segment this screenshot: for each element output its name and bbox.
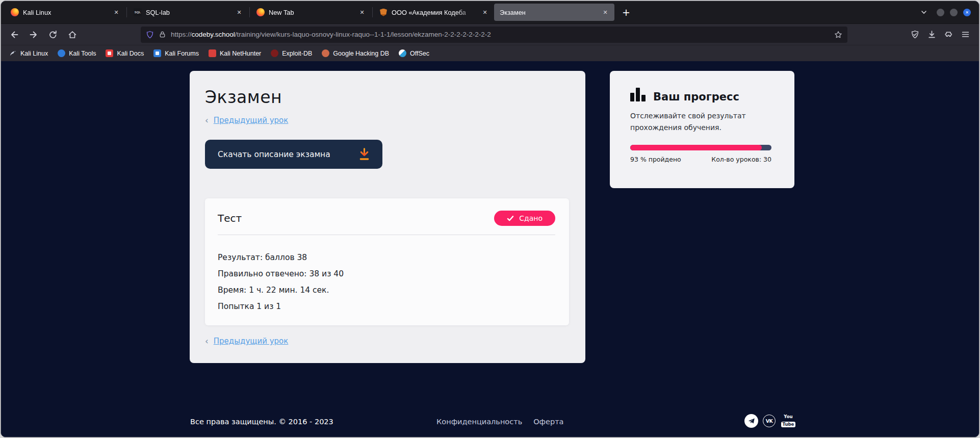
sql-favicon-icon: SQL [134, 8, 142, 16]
bookmark-label: Kali Tools [69, 50, 96, 57]
status-badge-label: Сдано [519, 214, 543, 222]
tab-close-icon[interactable]: ✕ [600, 7, 610, 17]
result-lines: Результат: баллов 38 Правильно отвечено:… [218, 253, 555, 312]
tab-close-icon[interactable]: ✕ [480, 7, 490, 17]
divider [218, 235, 555, 235]
exam-card: Экзамен ‹ Предыдущий урок Скачать описан… [190, 71, 585, 363]
tab-separator [249, 7, 250, 17]
bookmark-kali-docs[interactable]: Kali Docs [105, 48, 145, 59]
extensions-puzzle-icon[interactable] [944, 30, 953, 39]
window-minimize-button[interactable] [937, 9, 944, 16]
checkmark-icon [507, 216, 514, 221]
test-title: Тест [218, 212, 242, 224]
forward-button[interactable] [25, 27, 42, 43]
result-time-line: Время: 1 ч. 22 мин. 14 сек. [218, 286, 555, 295]
bookmark-label: OffSec [410, 50, 429, 57]
bookmark-label: Exploit-DB [282, 50, 312, 57]
home-button[interactable] [64, 27, 81, 43]
kali-nethunter-icon [209, 49, 216, 57]
navigation-toolbar: https://codeby.school/training/view/kurs… [1, 23, 979, 45]
vk-icon[interactable]: VK [763, 415, 776, 427]
tab-akademiya-codeby[interactable]: ООО «Академия Кодеба ✕ [374, 4, 494, 21]
tab-sql-lab[interactable]: SQL SQL-lab ✕ [128, 4, 248, 21]
previous-lesson-link-bottom[interactable]: Предыдущий урок [214, 337, 289, 346]
progress-bar-track [630, 145, 771, 150]
bookmark-exploit-db[interactable]: Exploit-DB [270, 48, 313, 59]
download-button-label: Скачать описание экзамна [218, 150, 330, 159]
url-bar[interactable]: https://codeby.school/training/view/kurs… [141, 27, 847, 43]
tab-title: Экзамен [500, 9, 596, 16]
page-title: Экзамен [205, 87, 570, 107]
chevron-left-icon: ‹ [205, 337, 209, 346]
new-tab-button[interactable]: + [618, 5, 634, 20]
bookmarks-toolbar: Kali Linux Kali Tools Kali Docs Kali For… [1, 45, 979, 61]
page-footer: Все права защищены. © 2016 - 2023 Конфид… [1, 412, 979, 435]
bar-chart-icon [630, 88, 646, 101]
chevron-left-icon: ‹ [205, 116, 209, 125]
tab-bar: Kali Linux ✕ SQL SQL-lab ✕ New Tab ✕ ООО… [1, 1, 979, 23]
tab-close-icon[interactable]: ✕ [111, 7, 121, 17]
privacy-link[interactable]: Конфиденциальность [436, 418, 522, 426]
url-domain: codeby.school [192, 31, 235, 38]
window-maximize-button[interactable] [950, 9, 958, 16]
back-button[interactable] [6, 27, 22, 43]
bookmark-google-hacking-db[interactable]: Google Hacking DB [321, 48, 390, 59]
downloads-icon[interactable] [927, 30, 936, 39]
bookmark-kali-nethunter[interactable]: Kali NetHunter [208, 48, 262, 59]
tab-title: Kali Linux [23, 9, 107, 16]
bookmark-label: Kali NetHunter [220, 50, 261, 57]
youtube-icon[interactable]: You Tube [780, 415, 796, 428]
progress-description: Отслеживайте свой результат прохождения … [630, 110, 750, 134]
lock-icon[interactable] [159, 31, 166, 38]
tab-close-icon[interactable]: ✕ [357, 7, 367, 17]
bookmark-label: Kali Forums [165, 50, 199, 57]
menu-hamburger-icon[interactable] [961, 30, 970, 39]
tab-kali-linux[interactable]: Kali Linux ✕ [5, 4, 125, 21]
shield-check-icon[interactable] [911, 30, 919, 39]
tracking-protection-shield-icon[interactable] [146, 31, 154, 39]
tab-title: New Tab [269, 9, 353, 16]
tab-new-tab[interactable]: New Tab ✕ [251, 4, 371, 21]
progress-title: Ваш прогресс [653, 91, 739, 103]
browser-window: Kali Linux ✕ SQL SQL-lab ✕ New Tab ✕ ООО… [1, 1, 979, 437]
firefox-favicon-icon [11, 8, 19, 16]
result-attempt-line: Попытка 1 из 1 [218, 302, 555, 312]
offsec-icon [399, 49, 406, 57]
offer-link[interactable]: Оферта [533, 418, 563, 426]
kali-tools-icon [58, 49, 65, 57]
status-badge-passed: Сдано [494, 211, 555, 226]
bookmark-star-icon[interactable] [834, 31, 842, 39]
bookmark-offsec[interactable]: OffSec [398, 48, 430, 59]
progress-percent-label: 93 % пройдено [630, 156, 681, 163]
download-exam-description-button[interactable]: Скачать описание экзамна [205, 140, 382, 169]
bookmark-kali-tools[interactable]: Kali Tools [57, 48, 97, 59]
exploit-db-icon [271, 49, 278, 57]
lessons-count-label: Кол-во уроков: 30 [711, 156, 771, 163]
progress-fill [630, 145, 762, 150]
window-controls: ✕ [937, 9, 971, 16]
tab-ekzamen-active[interactable]: Экзамен ✕ [494, 4, 614, 21]
reload-button[interactable] [45, 27, 61, 43]
firefox-favicon-icon [256, 8, 265, 16]
result-score-line: Результат: баллов 38 [218, 253, 555, 263]
window-close-button[interactable]: ✕ [963, 9, 971, 16]
tab-separator [372, 7, 373, 17]
list-all-tabs-chevron-icon[interactable] [920, 9, 927, 16]
telegram-icon[interactable] [744, 414, 758, 428]
test-result-card: Тест Сдано Результат: баллов 38 Правильн… [205, 198, 569, 325]
kali-forums-icon [153, 49, 161, 57]
kali-dragon-icon [9, 49, 17, 57]
previous-lesson-link[interactable]: Предыдущий урок [214, 116, 289, 125]
result-correct-line: Правильно отвечено: 38 из 40 [218, 269, 555, 279]
page-content: Экзамен ‹ Предыдущий урок Скачать описан… [1, 61, 979, 437]
bookmark-kali-forums[interactable]: Kali Forums [152, 48, 200, 59]
kali-docs-icon [106, 49, 113, 57]
copyright-text: Все права защищены. © 2016 - 2023 [190, 418, 333, 426]
bookmark-kali-linux[interactable]: Kali Linux [8, 48, 49, 59]
tab-close-icon[interactable]: ✕ [234, 7, 244, 17]
download-arrow-icon [357, 147, 371, 162]
url-text: https://codeby.school/training/view/kurs… [171, 31, 830, 38]
google-hacking-db-icon [322, 49, 329, 57]
tab-title: SQL-lab [146, 9, 230, 16]
progress-card: Ваш прогресс Отслеживайте свой результат… [610, 71, 794, 188]
